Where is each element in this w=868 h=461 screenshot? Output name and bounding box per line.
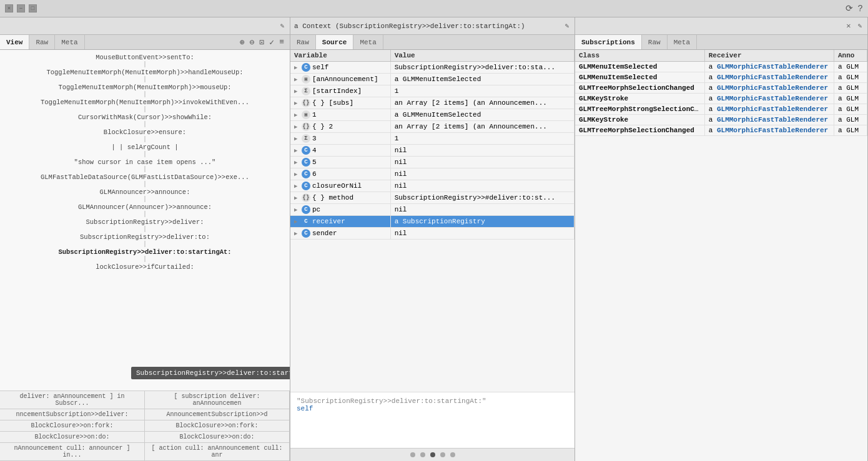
right-edit-icon[interactable]: ✎ [856,21,864,31]
table-row[interactable]: ▶ Σ 3 1 [290,133,575,145]
dot-4[interactable] [440,452,445,457]
tab-meta-middle[interactable]: Meta [353,35,383,49]
bottom-node[interactable]: BlockClosure>>on:fork: [0,420,145,432]
tab-raw-left[interactable]: Raw [29,35,55,49]
expand-arrow[interactable]: ▶ [294,230,302,237]
expand-arrow[interactable]: ▶ [294,183,302,190]
expand-arrow[interactable]: ▶ [294,171,302,178]
expand-arrow[interactable]: ▶ [294,135,302,142]
tab-raw-middle[interactable]: Raw [290,35,316,49]
stack-item[interactable]: SubscriptionRegistry>>deliver:to: [0,232,290,242]
maximize-button[interactable]: □ [29,4,37,12]
dot-1[interactable] [410,452,415,457]
stack-item[interactable]: GLMAnnouncer(Announcer)>>announce: [0,202,290,212]
stack-item[interactable]: | | selArgCount | [0,142,290,152]
tab-meta-right[interactable]: Meta [668,35,697,49]
var-value: SubscriptionRegistry>>#deliver:to:st... [390,192,574,204]
stack-item[interactable]: SubscriptionRegistry>>deliver: [0,217,290,227]
table-row[interactable]: ▶ C sender nil [290,228,575,240]
expand-arrow[interactable]: ▶ [294,112,302,119]
expand-arrow[interactable]: ▶ [294,206,302,213]
table-row[interactable]: ▶ C pc nil [290,204,575,216]
tab-subscriptions[interactable]: Subscriptions [575,35,642,49]
bottom-node[interactable]: AnnouncementSubscription>>d [145,409,290,420]
sub-anno: a GLM [834,72,867,83]
check-icon[interactable]: ✓ [267,37,276,47]
minimize-button[interactable]: − [17,4,25,12]
stack-item[interactable]: ToggleMenuItemMorph(MenuItemMorph)>>mous… [0,82,290,92]
expand-arrow[interactable]: ▶ [294,88,302,95]
tab-raw-right[interactable]: Raw [642,35,668,49]
table-row[interactable]: ▶ {} { } method SubscriptionRegistry>>#d… [290,192,575,204]
table-row[interactable]: ▶ C receiver a SubscriptionRegistry [290,216,575,228]
bottom-node[interactable]: BlockClosure>>on:fork: [145,420,290,432]
sub-receiver: a GLMMorphicFastTableRenderer [704,72,834,83]
source-line-1: "SubscriptionRegistry>>deliver:to:starti… [297,397,568,405]
table-row[interactable]: GLMMenuItemSelected a GLMMorphicFastTabl… [575,62,867,72]
expand-arrow[interactable]: ▶ [294,100,302,107]
stack-item[interactable]: MouseButtonEvent>>sentTo: [0,52,290,62]
table-row[interactable]: ▶ {} { } [subs] an Array [2 items] (an A… [290,97,575,109]
stack-item[interactable]: GLMAnnouncer>>announce: [0,187,290,197]
bottom-node[interactable]: [ subscription deliver: anAnnouncemen [145,391,290,409]
expand-arrow[interactable]: ▶ [294,159,302,166]
dot-5[interactable] [450,452,455,457]
table-row[interactable]: ▶ Σ [startIndex] 1 [290,85,575,97]
var-name: { } method [312,194,353,201]
stack-item[interactable]: "show cursor in case item opens ..." [0,157,290,167]
pagination-dots [290,448,575,461]
bottom-node[interactable]: BlockClosure>>on:do: [145,432,290,443]
tab-view[interactable]: View [0,35,29,49]
stack-item[interactable]: ToggleMenuItemMorph(MenuItemMorph)>>hand… [0,67,290,77]
dot-2[interactable] [420,452,425,457]
zoom-in-icon[interactable]: ⊕ [238,37,247,47]
dot-3[interactable] [430,452,435,457]
help-icon[interactable]: ? [858,4,863,14]
left-edit-icon[interactable]: ✎ [278,21,286,31]
stack-item[interactable]: CursorWithMask(Cursor)>>showWhile: [0,112,290,122]
stack-item[interactable]: SubscriptionRegistry>>deliver:to:startin… [0,247,290,257]
table-row[interactable]: ▶ ▣ [anAnnouncement] a GLMMenuItemSelect… [290,74,575,85]
table-row[interactable]: GLMKeyStroke a GLMMorphicFastTableRender… [575,94,867,104]
expand-arrow[interactable]: ▶ [294,76,302,83]
close-button[interactable]: × [5,4,13,12]
stack-item[interactable]: lockClosure>>ifCurtailed: [0,262,290,272]
tab-source[interactable]: Source [316,35,354,49]
zoom-out-icon[interactable]: ⊖ [248,37,257,47]
table-row[interactable]: ▶ C 6 nil [290,168,575,180]
expand-arrow[interactable]: ▶ [294,147,302,154]
connector: | [0,167,290,172]
table-row[interactable]: ▶ C 5 nil [290,157,575,168]
refresh-icon[interactable]: ⟳ [846,3,853,14]
stack-item[interactable]: ToggleMenuItemMorph(MenuItemMorph)>>invo… [0,97,290,107]
expand-arrow[interactable]: ▶ [294,218,302,225]
table-row[interactable]: ▶ {} { } 2 an Array [2 items] (an Announ… [290,121,575,133]
table-row[interactable]: ▶ C closureOrNil nil [290,180,575,192]
stack-item[interactable]: BlockClosure>>ensure: [0,127,290,137]
table-row[interactable]: ▶ C 4 nil [290,145,575,157]
table-row[interactable]: GLMTreeMorphStrongSelectionChar a GLMMor… [575,104,867,115]
expand-arrow[interactable]: ▶ [294,195,302,201]
right-close-button[interactable]: ✕ [844,21,853,31]
bottom-node[interactable]: deliver: anAnnouncement ] in Subscr... [0,391,145,409]
menu-icon[interactable]: ≡ [277,37,286,47]
connector: | [0,212,290,217]
bottom-node[interactable]: nAnnouncement cull: announcer ] in... [0,443,145,461]
table-row[interactable]: GLMMenuItemSelected a GLMMorphicFastTabl… [575,72,867,83]
table-row[interactable]: GLMTreeMorphSelectionChanged a GLMMorphi… [575,125,867,136]
table-row[interactable]: ▶ ▣ 1 a GLMMenuItemSelected [290,109,575,121]
zoom-fit-icon[interactable]: ⊡ [258,37,267,47]
middle-edit-icon[interactable]: ✎ [563,21,571,31]
tab-meta-left[interactable]: Meta [55,35,84,49]
title-bar: × − □ ⟳ ? [0,0,868,17]
bottom-node[interactable]: BlockClosure>>on:do: [0,432,145,443]
table-row[interactable]: ▶ C self SubscriptionRegistry>>deliver:t… [290,62,575,74]
expand-arrow[interactable]: ▶ [294,124,302,130]
type-badge: Σ [302,87,310,95]
bottom-node[interactable]: [ action cull: anAnnouncement cull: anr [145,443,290,461]
expand-arrow[interactable]: ▶ [294,64,302,71]
stack-item[interactable]: GLMFastTableDataSource(GLMFastListDataSo… [0,172,290,182]
table-row[interactable]: GLMTreeMorphSelectionChanged a GLMMorphi… [575,83,867,94]
table-row[interactable]: GLMKeyStroke a GLMMorphicFastTableRender… [575,115,867,125]
bottom-node[interactable]: nncementSubscription>>deliver: [0,409,145,420]
